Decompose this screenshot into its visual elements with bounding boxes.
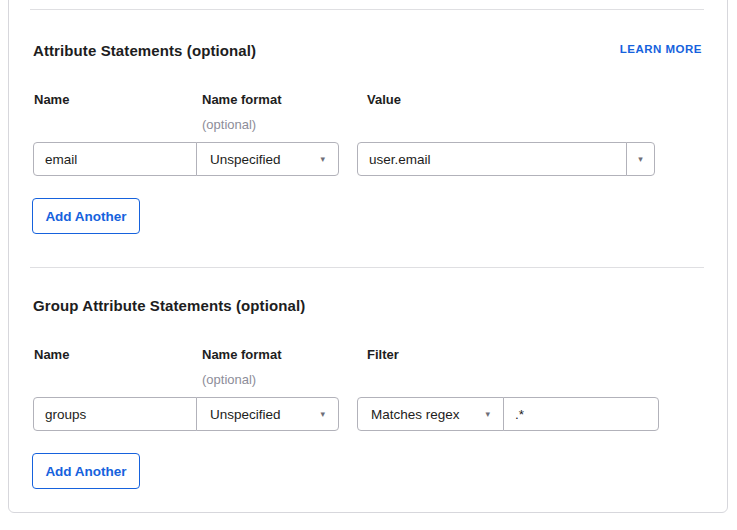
chevron-down-icon: ▾ bbox=[485, 410, 490, 419]
chevron-down-icon: ▾ bbox=[638, 155, 643, 164]
attribute-value-dropdown-button[interactable]: ▾ bbox=[626, 142, 655, 176]
group-filter-value-input[interactable] bbox=[503, 397, 659, 431]
group-name-format-value: Unspecified bbox=[210, 407, 281, 422]
attribute-name-format-value: Unspecified bbox=[210, 152, 281, 167]
section-divider bbox=[30, 267, 704, 268]
name-format-optional-note: (optional) bbox=[202, 372, 256, 387]
column-label-name: Name bbox=[34, 347, 69, 362]
chevron-down-icon: ▾ bbox=[320, 155, 325, 164]
chevron-down-icon: ▾ bbox=[320, 410, 325, 419]
attribute-statements-title: Attribute Statements (optional) bbox=[33, 42, 256, 59]
add-another-attribute-button[interactable]: Add Another bbox=[32, 198, 140, 234]
group-attribute-statements-title: Group Attribute Statements (optional) bbox=[33, 297, 305, 314]
learn-more-link[interactable]: LEARN MORE bbox=[620, 43, 702, 55]
group-filter-type-select[interactable]: Matches regex ▾ bbox=[357, 397, 504, 431]
group-attribute-statement-row: Unspecified ▾ Matches regex ▾ bbox=[33, 397, 659, 431]
name-format-optional-note: (optional) bbox=[202, 117, 256, 132]
section-divider bbox=[30, 9, 704, 10]
group-attribute-name-input[interactable] bbox=[33, 397, 197, 431]
attribute-value-input[interactable] bbox=[357, 142, 627, 176]
column-label-filter: Filter bbox=[367, 347, 399, 362]
column-label-name: Name bbox=[34, 92, 69, 107]
settings-card bbox=[8, 0, 728, 513]
saml-settings-page: Attribute Statements (optional) LEARN MO… bbox=[0, 0, 737, 530]
column-label-name-format: Name format bbox=[202, 92, 281, 107]
column-label-name-format: Name format bbox=[202, 347, 281, 362]
add-another-group-attribute-button[interactable]: Add Another bbox=[32, 453, 140, 489]
attribute-name-input[interactable] bbox=[33, 142, 197, 176]
group-name-format-select[interactable]: Unspecified ▾ bbox=[196, 397, 339, 431]
group-filter-type-value: Matches regex bbox=[371, 407, 460, 422]
attribute-statement-row: Unspecified ▾ ▾ bbox=[33, 142, 655, 176]
attribute-name-format-select[interactable]: Unspecified ▾ bbox=[196, 142, 339, 176]
column-label-value: Value bbox=[367, 92, 401, 107]
